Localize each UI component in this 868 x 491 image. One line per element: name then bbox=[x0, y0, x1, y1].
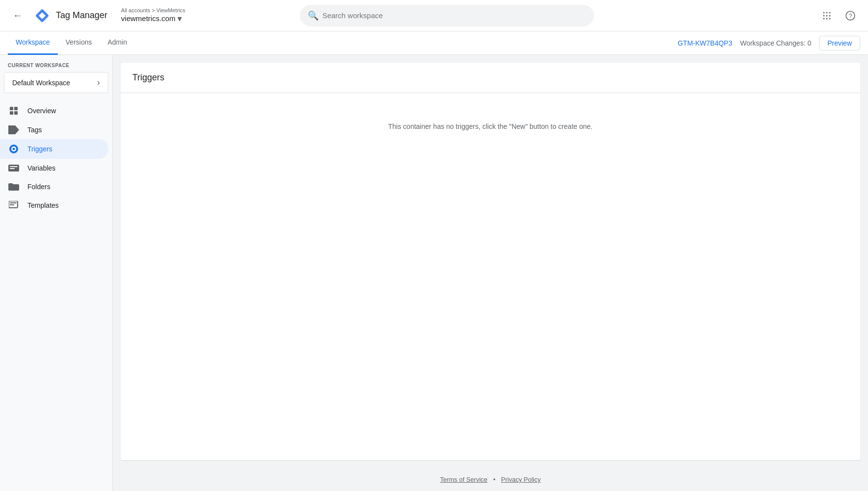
svg-point-5 bbox=[823, 15, 824, 16]
apps-button[interactable] bbox=[817, 6, 837, 25]
search-bar: 🔍 bbox=[300, 5, 594, 26]
empty-message: This container has no triggers, click th… bbox=[388, 123, 593, 130]
sidebar-item-tags[interactable]: Tags bbox=[0, 121, 108, 139]
account-path: All accounts > ViewMetrics bbox=[121, 7, 185, 13]
sidebar-item-variables[interactable]: Variables bbox=[0, 159, 108, 177]
variables-icon bbox=[8, 164, 20, 172]
tags-icon bbox=[8, 125, 20, 134]
top-header: ← Tag Manager All accounts > ViewMetrics… bbox=[0, 0, 868, 31]
help-icon: ? bbox=[845, 11, 855, 21]
workspace-name: Default Workspace bbox=[12, 79, 70, 87]
sidebar-triggers-label: Triggers bbox=[27, 145, 52, 153]
sub-nav: Workspace Versions Admin GTM-KW7B4QP3 Wo… bbox=[0, 31, 868, 55]
workspace-chevron-icon: › bbox=[97, 77, 100, 88]
tab-admin[interactable]: Admin bbox=[99, 31, 135, 55]
tab-versions[interactable]: Versions bbox=[58, 31, 100, 55]
logo-area: Tag Manager bbox=[33, 7, 107, 25]
apps-icon bbox=[822, 11, 832, 21]
svg-rect-22 bbox=[10, 168, 15, 169]
panel-header: Triggers bbox=[121, 63, 860, 93]
svg-point-6 bbox=[826, 15, 827, 16]
overview-icon bbox=[8, 106, 20, 116]
sidebar-overview-label: Overview bbox=[27, 107, 56, 115]
content-area: Triggers This container has no triggers,… bbox=[113, 55, 868, 491]
panel-title: Triggers bbox=[132, 73, 164, 82]
sidebar-item-folders[interactable]: Folders bbox=[0, 177, 108, 196]
svg-rect-21 bbox=[10, 166, 18, 167]
svg-rect-25 bbox=[10, 204, 14, 205]
folders-icon bbox=[8, 182, 20, 191]
svg-point-7 bbox=[829, 15, 830, 16]
current-workspace-label: CURRENT WORKSPACE bbox=[0, 63, 112, 68]
sidebar-item-templates[interactable]: Templates bbox=[0, 196, 108, 215]
tab-workspace[interactable]: Workspace bbox=[8, 31, 58, 55]
sidebar-folders-label: Folders bbox=[27, 183, 50, 191]
workspace-changes: Workspace Changes: 0 bbox=[740, 39, 811, 47]
sidebar-variables-label: Variables bbox=[27, 164, 55, 172]
footer: Terms of Service • Privacy Policy bbox=[113, 468, 868, 491]
search-input[interactable] bbox=[322, 11, 586, 20]
sidebar-item-triggers[interactable]: Triggers bbox=[0, 139, 108, 159]
sub-nav-right: GTM-KW7B4QP3 Workspace Changes: 0 Previe… bbox=[678, 36, 860, 50]
gtm-id-link[interactable]: GTM-KW7B4QP3 bbox=[678, 39, 732, 47]
svg-rect-16 bbox=[14, 111, 18, 115]
back-button[interactable]: ← bbox=[8, 6, 27, 25]
svg-rect-13 bbox=[10, 107, 13, 110]
search-icon: 🔍 bbox=[308, 10, 319, 21]
sub-nav-left: Workspace Versions Admin bbox=[8, 31, 678, 55]
sidebar-nav: Overview Tags bbox=[0, 101, 112, 491]
templates-icon bbox=[8, 201, 20, 210]
footer-separator: • bbox=[493, 476, 496, 483]
svg-point-10 bbox=[829, 18, 830, 19]
svg-point-19 bbox=[13, 148, 15, 150]
svg-point-2 bbox=[823, 12, 824, 13]
sidebar: CURRENT WORKSPACE Default Workspace › Ov… bbox=[0, 55, 113, 491]
sidebar-tags-label: Tags bbox=[27, 126, 42, 134]
panel-body: This container has no triggers, click th… bbox=[121, 93, 860, 160]
account-name: viewmetrics.com bbox=[121, 14, 175, 23]
svg-rect-14 bbox=[14, 107, 18, 110]
account-selector[interactable]: All accounts > ViewMetrics viewmetrics.c… bbox=[121, 7, 185, 24]
help-button[interactable]: ? bbox=[841, 6, 860, 25]
main-layout: CURRENT WORKSPACE Default Workspace › Ov… bbox=[0, 55, 868, 491]
sidebar-item-overview[interactable]: Overview bbox=[0, 101, 108, 121]
content-panel: Triggers This container has no triggers,… bbox=[121, 63, 860, 460]
account-name-row: viewmetrics.com ▾ bbox=[121, 13, 185, 24]
app-title: Tag Manager bbox=[56, 10, 107, 21]
gtm-logo bbox=[33, 7, 51, 25]
sidebar-templates-label: Templates bbox=[27, 201, 59, 209]
svg-point-3 bbox=[826, 12, 827, 13]
svg-point-8 bbox=[823, 18, 824, 19]
svg-rect-15 bbox=[10, 111, 13, 115]
header-right: ? bbox=[817, 6, 860, 25]
terms-of-service-link[interactable]: Terms of Service bbox=[440, 476, 488, 483]
triggers-icon bbox=[8, 144, 20, 154]
svg-point-9 bbox=[826, 18, 827, 19]
svg-point-4 bbox=[829, 12, 830, 13]
privacy-policy-link[interactable]: Privacy Policy bbox=[501, 476, 541, 483]
svg-rect-24 bbox=[10, 202, 17, 203]
preview-button[interactable]: Preview bbox=[819, 36, 860, 50]
workspace-selector[interactable]: Default Workspace › bbox=[4, 72, 108, 93]
chevron-down-icon: ▾ bbox=[177, 13, 182, 24]
svg-text:?: ? bbox=[849, 12, 852, 19]
